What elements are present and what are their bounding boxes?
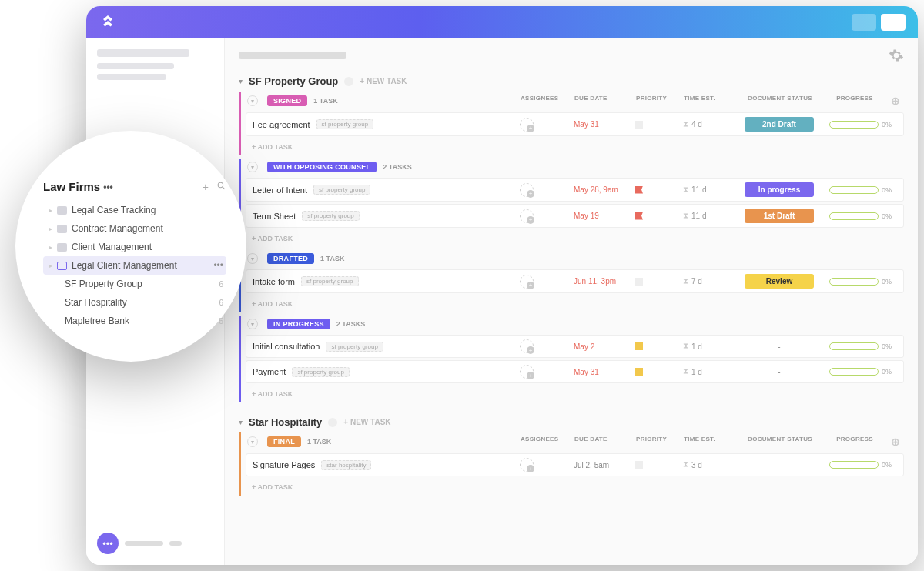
time-estimate[interactable]: ⧗3 d (683, 460, 737, 469)
sidebar-item[interactable]: ▸Contract Management (43, 219, 226, 238)
sidebar-sub-item[interactable]: Mapletree Bank5 (43, 312, 226, 330)
info-icon[interactable] (328, 418, 337, 427)
progress-bar[interactable]: 0% (829, 186, 879, 194)
progress-bar[interactable]: 0% (829, 342, 879, 350)
task-row[interactable]: Initial consultationsf property group Ma… (246, 335, 904, 358)
info-icon[interactable] (344, 77, 353, 86)
task-tag: sf property group (326, 342, 383, 352)
priority-flag-icon[interactable] (635, 186, 643, 194)
collapse-icon[interactable]: ▾ (247, 436, 258, 447)
sidebar-item[interactable]: ▸Legal Case Tracking (43, 201, 226, 219)
priority-flag-icon[interactable] (635, 342, 643, 350)
document-status-chip[interactable]: Review (745, 274, 814, 289)
add-task-button[interactable]: + ADD TASK (241, 479, 904, 496)
status-chip[interactable]: IN PROGRESS (267, 319, 330, 329)
progress-value: 0% (882, 461, 892, 469)
chevron-down-icon[interactable]: ▾ (239, 418, 243, 426)
time-estimate[interactable]: ⧗4 d (683, 120, 737, 129)
progress-bar[interactable]: 0% (829, 368, 879, 376)
priority-flag-icon[interactable] (635, 278, 643, 286)
assignee-icon[interactable] (520, 118, 534, 132)
task-row[interactable]: Intake formsf property group Jun 11, 3pm… (246, 269, 904, 293)
add-task-button[interactable]: + ADD TASK (241, 139, 904, 155)
assignee-icon[interactable] (520, 458, 534, 472)
group-title: SF Property Group (249, 75, 338, 87)
due-date[interactable]: May 28, 9am (574, 185, 635, 194)
hourglass-icon: ⧗ (683, 212, 688, 221)
new-task-button[interactable]: + NEW TASK (360, 77, 407, 85)
status-block: ▾IN PROGRESS2 TASKSInitial consultations… (239, 316, 904, 402)
document-status-chip[interactable]: 1st Draft (745, 209, 814, 223)
count-badge: 6 (219, 299, 223, 307)
window-control-minimize[interactable] (852, 14, 876, 31)
document-status-chip[interactable]: 2nd Draft (745, 117, 814, 132)
more-icon[interactable]: ••• (213, 260, 223, 271)
more-icon[interactable]: ••• (103, 182, 113, 192)
assignee-icon[interactable] (520, 183, 534, 197)
collapse-icon[interactable]: ▾ (247, 162, 258, 172)
time-estimate[interactable]: ⧗1 d (683, 342, 737, 351)
time-estimate[interactable]: ⧗1 d (683, 367, 737, 376)
settings-icon[interactable] (889, 48, 904, 63)
add-column-icon[interactable]: ⊕ (887, 95, 904, 107)
time-estimate[interactable]: ⧗11 d (683, 185, 737, 195)
sidebar-skeleton (97, 63, 174, 69)
sidebar-item[interactable]: ▸Legal Client Management••• (43, 256, 226, 275)
window-control-maximize[interactable] (881, 14, 906, 31)
task-row[interactable]: Fee agreementsf property group May 31 ⧗4… (246, 112, 904, 136)
collapse-icon[interactable]: ▾ (247, 95, 258, 106)
status-chip[interactable]: FINAL (267, 436, 301, 447)
priority-flag-icon[interactable] (635, 121, 643, 129)
task-name: Signature Pages (253, 460, 315, 469)
time-estimate[interactable]: ⧗11 d (683, 212, 737, 221)
assignee-icon[interactable] (520, 339, 534, 353)
due-date[interactable]: Jun 11, 3pm (574, 277, 635, 286)
hourglass-icon: ⧗ (683, 277, 688, 286)
priority-flag-icon[interactable] (635, 212, 643, 220)
add-icon[interactable]: + (203, 181, 209, 193)
due-date[interactable]: May 19 (574, 212, 635, 220)
add-task-button[interactable]: + ADD TASK (241, 386, 904, 402)
due-date[interactable]: May 31 (574, 120, 635, 129)
collapse-icon[interactable]: ▾ (247, 253, 258, 264)
task-row[interactable]: Paymentsf property group May 31 ⧗1 d - 0… (246, 360, 904, 383)
progress-bar[interactable]: 0% (829, 461, 879, 469)
progress-bar[interactable]: 0% (829, 212, 879, 220)
status-chip[interactable]: SIGNED (267, 95, 307, 106)
progress-value: 0% (882, 342, 892, 350)
time-estimate[interactable]: ⧗7 d (683, 277, 737, 286)
folder-icon (57, 243, 67, 252)
due-date[interactable]: May 31 (574, 368, 635, 376)
assignee-icon[interactable] (520, 209, 534, 223)
task-row[interactable]: Term Sheetsf property group May 19 ⧗11 d… (246, 204, 904, 228)
add-task-button[interactable]: + ADD TASK (241, 230, 904, 247)
due-date[interactable]: May 2 (574, 342, 635, 351)
collapse-icon[interactable]: ▾ (247, 319, 258, 329)
due-date[interactable]: Jul 2, 5am (574, 461, 635, 469)
task-row[interactable]: Letter of Intentsf property group May 28… (246, 178, 904, 202)
progress-bar[interactable]: 0% (829, 121, 879, 129)
add-column-icon[interactable]: ⊕ (887, 436, 904, 448)
task-tag: sf property group (301, 276, 358, 286)
add-task-button[interactable]: + ADD TASK (241, 296, 904, 312)
sidebar-item[interactable]: ▸Client Management (43, 238, 226, 256)
sidebar-sub-item[interactable]: SF Property Group6 (43, 275, 226, 293)
assignee-icon[interactable] (520, 275, 534, 289)
sidebar-sub-item[interactable]: Star Hospitality6 (43, 293, 226, 312)
col-header: DUE DATE (574, 95, 636, 107)
document-status-chip[interactable]: In progress (745, 182, 814, 197)
new-task-button[interactable]: + NEW TASK (343, 418, 390, 426)
assignee-icon[interactable] (520, 365, 534, 379)
status-chip[interactable]: DRAFTED (267, 253, 314, 264)
status-chip[interactable]: WITH OPPOSING COUNSEL (267, 162, 377, 172)
chat-launcher[interactable]: ••• (97, 533, 213, 554)
priority-flag-icon[interactable] (635, 368, 643, 376)
task-count: 1 TASK (320, 255, 344, 262)
task-row[interactable]: Signature Pagesstar hospitality Jul 2, 5… (246, 453, 904, 476)
priority-flag-icon[interactable] (635, 461, 643, 469)
chevron-down-icon[interactable]: ▾ (239, 77, 243, 85)
status-block: ▾WITH OPPOSING COUNSEL2 TASKSLetter of I… (239, 159, 904, 247)
search-icon[interactable] (216, 181, 226, 193)
task-tag: sf property group (316, 119, 373, 129)
progress-bar[interactable]: 0% (829, 278, 879, 286)
